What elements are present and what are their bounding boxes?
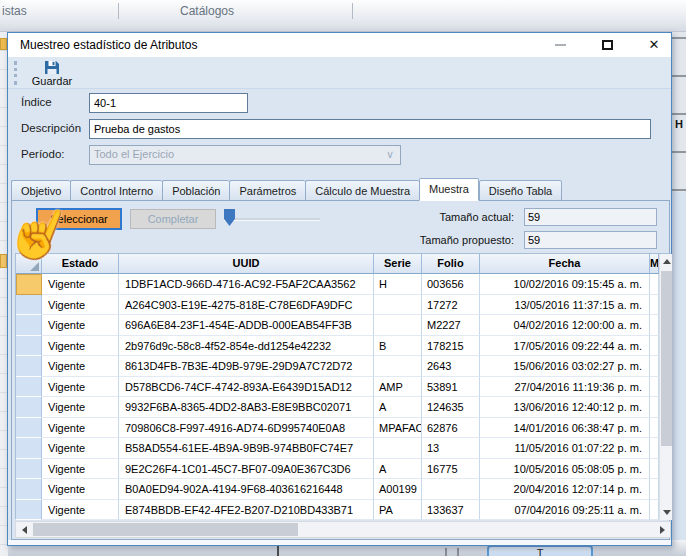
row-selector-cell[interactable] <box>16 315 42 336</box>
save-button[interactable]: Guardar <box>22 58 82 88</box>
cell-m-partial <box>650 500 659 521</box>
tab-parámetros[interactable]: Parámetros <box>229 180 305 201</box>
cell-uuid: 9932F6BA-8365-4DD2-8AB3-E8E9BBC02071 <box>119 397 374 418</box>
column-header-uuid[interactable]: UUID <box>119 254 374 274</box>
column-header-m[interactable]: M <box>650 254 659 274</box>
horizontal-scrollbar-thumb[interactable] <box>33 523 298 536</box>
vertical-scrollbar-thumb[interactable] <box>661 271 672 446</box>
maximize-button[interactable] <box>600 38 614 52</box>
completar-button[interactable]: Completar <box>130 209 216 229</box>
descripcion-label: Descripción <box>21 122 81 134</box>
table-row[interactable]: Vigente9932F6BA-8365-4DD2-8AB3-E8E9BBC02… <box>16 397 659 418</box>
indice-input[interactable] <box>89 93 248 113</box>
toolbar-grip[interactable] <box>14 61 17 85</box>
cell-fecha: 13/06/2016 12:40:12 p. m. <box>480 397 650 418</box>
cell-uuid: B0A0ED94-902A-4194-9F68-403616216448 <box>119 479 374 500</box>
cell-serie: A <box>374 459 422 480</box>
row-selector-cell[interactable] <box>16 397 42 418</box>
cell-folio: 53891 <box>422 377 480 398</box>
slider-thumb[interactable] <box>224 209 235 226</box>
cell-m-partial <box>650 356 659 377</box>
descripcion-input[interactable] <box>89 119 651 139</box>
cell-uuid: 1DBF1ACD-966D-4716-AC92-F5AF2CAA3562 <box>119 274 374 295</box>
row-selector-cell[interactable] <box>16 438 42 459</box>
horizontal-scrollbar[interactable] <box>15 521 671 538</box>
cell-m-partial <box>650 336 659 357</box>
row-selector-cell[interactable] <box>16 336 42 357</box>
table-row[interactable]: Vigente9E2C26F4-1C01-45C7-BF07-09A0E367C… <box>16 459 659 480</box>
row-selector-cell[interactable] <box>16 377 42 398</box>
scroll-up-button[interactable] <box>660 254 673 269</box>
minimize-button[interactable] <box>553 38 567 52</box>
row-selector-cell[interactable] <box>16 356 42 377</box>
scroll-left-button[interactable] <box>16 522 32 537</box>
tamano-actual-input[interactable] <box>524 208 657 226</box>
menu-item-catalogos[interactable]: Catálogos <box>180 4 234 18</box>
grid-header-row: EstadoUUIDSerieFolioFechaM <box>16 254 659 274</box>
table-row[interactable]: VigenteB0A0ED94-902A-4194-9F68-403616216… <box>16 479 659 500</box>
cell-m-partial <box>650 479 659 500</box>
menu-item-vistas[interactable]: istas <box>2 4 27 18</box>
row-selector-cell[interactable] <box>16 274 42 295</box>
column-header-serie[interactable]: Serie <box>374 254 422 274</box>
column-header-fecha[interactable]: Fecha <box>480 254 650 274</box>
cell-estado: Vigente <box>42 336 119 357</box>
sample-size-slider[interactable] <box>224 207 324 229</box>
table-row[interactable]: Vigente709806C8-F997-4916-AD74-6D995740E… <box>16 418 659 439</box>
cell-m-partial <box>650 377 659 398</box>
seleccionar-button[interactable]: Seleccionar <box>36 208 122 230</box>
cell-folio: 62876 <box>422 418 480 439</box>
tab-cálculo-de-muestra[interactable]: Cálculo de Muestra <box>305 180 419 201</box>
cell-m-partial <box>650 295 659 316</box>
background-grid-area <box>672 192 686 540</box>
indice-label: Índice <box>21 96 52 108</box>
tab-objetivo[interactable]: Objetivo <box>11 180 70 201</box>
row-selector-cell[interactable] <box>16 500 42 521</box>
cell-estado: Vigente <box>42 479 119 500</box>
tab-diseño-tabla[interactable]: Diseño Tabla <box>479 180 562 201</box>
background-partial-button[interactable]: T <box>487 545 593 556</box>
close-button[interactable]: ✕ <box>647 38 661 52</box>
column-header-estado[interactable]: Estado <box>42 254 119 274</box>
tab-muestra[interactable]: Muestra <box>419 178 479 201</box>
table-row[interactable]: Vigente8613D4FB-7B3E-4D9B-979E-29D9A7C72… <box>16 356 659 377</box>
tamano-actual-label: Tamaño actual: <box>342 211 514 223</box>
periodo-label: Período: <box>21 148 64 160</box>
table-row[interactable]: VigenteE874BBDB-EF42-4FE2-B207-D210BD433… <box>16 500 659 521</box>
table-row[interactable]: Vigente696A6E84-23F1-454E-ADDB-000EAB54F… <box>16 315 659 336</box>
scroll-down-button[interactable] <box>660 505 673 520</box>
grid-corner-cell[interactable] <box>16 254 42 274</box>
arrow-right-icon <box>660 526 665 534</box>
row-selector-cell[interactable] <box>16 295 42 316</box>
scroll-right-button[interactable] <box>654 522 670 537</box>
cell-estado: Vigente <box>42 397 119 418</box>
tamano-propuesto-input[interactable] <box>524 231 657 249</box>
table-row[interactable]: VigenteB58AD554-61EE-4B9A-9B9B-974BB0FC7… <box>16 438 659 459</box>
table-row[interactable]: Vigente2b976d9c-58c8-4f52-854e-dd1254e42… <box>16 336 659 357</box>
cell-fecha: 11/05/2016 01:07:22 p. m. <box>480 438 650 459</box>
cell-m-partial <box>650 315 659 336</box>
screen: istas Catálogos H T Muestreo estadístico… <box>0 0 686 556</box>
tab-población[interactable]: Población <box>162 180 229 201</box>
column-header-folio[interactable]: Folio <box>422 254 480 274</box>
cell-folio: 13 <box>422 438 480 459</box>
slider-track[interactable] <box>224 218 320 221</box>
tab-control-interno[interactable]: Control Interno <box>70 180 162 201</box>
row-selector-cell[interactable] <box>16 459 42 480</box>
table-row[interactable]: Vigente1DBF1ACD-966D-4716-AC92-F5AF2CAA3… <box>16 274 659 295</box>
cell-fecha: 04/02/2016 12:00:00 a. m. <box>480 315 650 336</box>
table-row[interactable]: VigenteA264C903-E19E-4275-818E-C78E6DFA9… <box>16 295 659 316</box>
cell-m-partial <box>650 397 659 418</box>
cell-folio: M2227 <box>422 315 480 336</box>
cell-estado: Vigente <box>42 500 119 521</box>
cell-estado: Vigente <box>42 356 119 377</box>
cell-serie: MPAFAC <box>374 418 422 439</box>
muestra-tab-panel: Seleccionar Completar Tamaño actual: Tam… <box>11 200 670 540</box>
cell-serie: A00199 <box>374 479 422 500</box>
vertical-scrollbar[interactable] <box>659 254 672 520</box>
cell-estado: Vigente <box>42 274 119 295</box>
row-selector-cell[interactable] <box>16 479 42 500</box>
table-row[interactable]: VigenteD578BCD6-74CF-4742-893A-E6439D15A… <box>16 377 659 398</box>
row-selector-cell[interactable] <box>16 418 42 439</box>
periodo-combobox[interactable]: Todo el Ejercicio ∨ <box>89 145 401 165</box>
